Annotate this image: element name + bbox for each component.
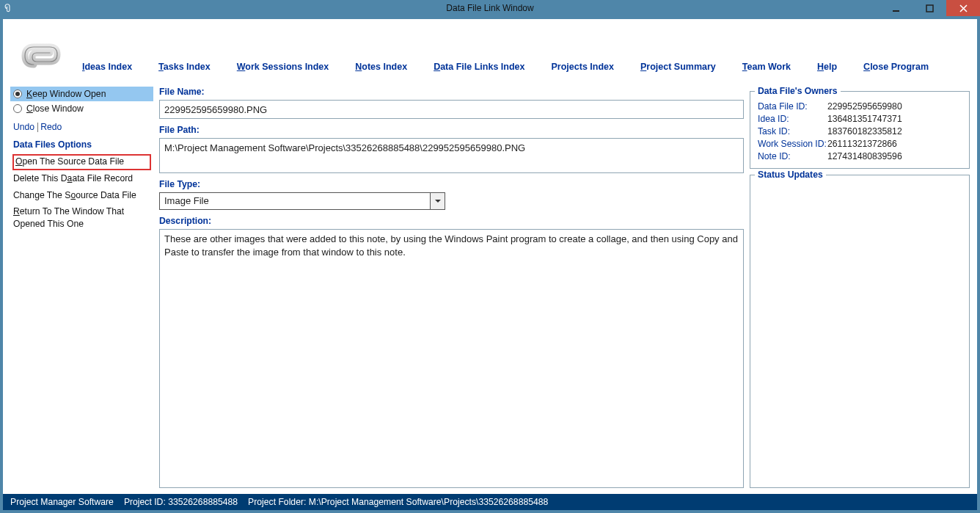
window-frame: Data File Link Window [0, 0, 980, 513]
owner-key: Task ID: [758, 126, 827, 137]
filetype-combobox[interactable]: Image File [159, 192, 445, 210]
menu-data-file-links-index[interactable]: Data File Links Index [434, 62, 524, 72]
maximize-button[interactable] [913, 0, 946, 16]
menu-ideas-label: deas Index [84, 62, 132, 72]
filetype-value: Image File [160, 193, 430, 209]
footer-project-id: Project ID: 33526268885488 [124, 497, 238, 507]
owner-key: Work Session ID: [758, 139, 827, 149]
link-return-label1: R [13, 206, 20, 217]
footer-project-folder: Project Folder: M:\Project Management So… [248, 497, 548, 507]
status-updates-title: Status Updates [755, 170, 826, 180]
menu-close-program[interactable]: Close Program [863, 62, 929, 72]
redo-link[interactable]: Redo [40, 122, 62, 132]
menu-summary-label: roject Summary [646, 62, 715, 72]
svg-rect-0 [893, 10, 899, 12]
menu-project-summary[interactable]: Project Summary [640, 62, 716, 72]
filepath-input[interactable]: M:\Project Management Software\Projects\… [159, 138, 744, 173]
owner-key: Idea ID: [758, 114, 827, 124]
right-pane: Data File's Owners Data File ID:22995259… [750, 87, 970, 488]
data-files-options-heading: Data Files Options [13, 139, 153, 150]
app-icon-small [4, 3, 15, 13]
undo-redo-bar: Undo Redo [13, 122, 150, 132]
owners-group: Data File's Owners Data File ID:22995259… [750, 91, 970, 169]
owner-key: Data File ID: [758, 101, 827, 112]
radio-dot-icon [13, 104, 22, 113]
footer-pid-value: 33526268885488 [168, 497, 238, 507]
title-bar[interactable]: Data File Link Window [0, 0, 980, 16]
owner-val: 136481351747371 [827, 114, 902, 124]
link-change-label2: ource Data File [76, 190, 136, 200]
description-input[interactable]: These are other images that were added t… [159, 229, 744, 488]
footer-pid-label: Project ID: [124, 497, 166, 507]
owner-row-task: Task ID:183760182335812 [758, 126, 962, 137]
radio-keep-label: eep Window Open [32, 89, 106, 99]
undo-link[interactable]: Undo [13, 122, 34, 132]
menu-work-sessions-index[interactable]: Work Sessions Index [237, 62, 329, 72]
menu-ideas-index[interactable]: Ideas Index [82, 62, 132, 72]
link-return-label2: eturn To The Window That Opened This One [13, 206, 124, 228]
minimize-button[interactable] [879, 0, 913, 16]
left-sidebar: Keep Window Open Close Window Undo Redo … [10, 87, 153, 488]
footer-pfolder-value: M:\Project Management Software\Projects\… [309, 497, 549, 507]
menu-close-label: lose Program [870, 62, 929, 72]
menu-projects-label: Projects Index [552, 62, 614, 72]
menu-team-work[interactable]: Team Work [742, 62, 791, 72]
owner-val: 26111321372866 [827, 139, 897, 149]
chevron-down-icon[interactable] [430, 193, 445, 209]
owner-val: 183760182335812 [827, 126, 902, 137]
owner-row-worksession: Work Session ID:26111321372866 [758, 139, 962, 149]
top-bar: Ideas Index Tasks Index Work Sessions In… [3, 19, 977, 87]
window-title: Data File Link Window [0, 3, 980, 13]
radio-close-window[interactable]: Close Window [10, 101, 153, 116]
content-area: Ideas Index Tasks Index Work Sessions In… [3, 19, 977, 510]
radio-keep-window-open[interactable]: Keep Window Open [10, 87, 153, 101]
owner-val: 229952595659980 [827, 101, 902, 112]
description-label: Description: [159, 216, 744, 226]
menu-projects-index[interactable]: Projects Index [552, 62, 614, 72]
owners-title: Data File's Owners [755, 86, 841, 96]
link-open-source-label: pen The Source Data File [22, 156, 124, 167]
window-controls [879, 0, 980, 16]
filepath-label: File Path: [159, 125, 744, 135]
link-return-to-window[interactable]: Return To The Window That Opened This On… [10, 204, 153, 233]
menu-tasks-label: asks Index [164, 62, 211, 72]
menu-help[interactable]: Help [817, 62, 837, 72]
center-pane: File Name: File Path: M:\Project Managem… [159, 87, 744, 488]
link-change-source-data-file[interactable]: Change The Soource Data File [10, 188, 153, 204]
menu-help-label: elp [824, 62, 837, 72]
status-updates-group: Status Updates [750, 175, 970, 488]
filetype-label: File Type: [159, 179, 744, 189]
link-delete-label2: ata File Record [72, 173, 133, 183]
menu-datafile-label: ata File Links Index [440, 62, 524, 72]
link-change-label1: Change The S [13, 190, 70, 200]
filename-input[interactable] [159, 100, 744, 119]
menu-notes-label: otes Index [362, 62, 407, 72]
owner-val: 127431480839596 [827, 151, 902, 161]
status-bar: Project Manager Software Project ID: 335… [3, 494, 977, 510]
link-delete-data-file-record[interactable]: Delete This Daata File Record [10, 171, 153, 187]
owner-row-datafile: Data File ID:229952595659980 [758, 101, 962, 112]
owner-row-idea: Idea ID:136481351747371 [758, 114, 962, 124]
menu-notes-index[interactable]: Notes Index [355, 62, 407, 72]
footer-pfolder-label: Project Folder: [248, 497, 306, 507]
radio-dot-icon [13, 90, 22, 98]
svg-rect-1 [926, 5, 933, 12]
menu-tasks-index[interactable]: Tasks Index [158, 62, 211, 72]
owner-row-note: Note ID:127431480839596 [758, 151, 962, 161]
menu-team-label: eam Work [747, 62, 791, 72]
divider [37, 123, 38, 132]
radio-close-label: lose Window [33, 103, 84, 114]
menu-work-label: ork Sessions Index [245, 62, 329, 72]
body-row: Keep Window Open Close Window Undo Redo … [3, 87, 977, 494]
filename-label: File Name: [159, 87, 744, 97]
link-open-source-data-file[interactable]: Open The Source Data File [12, 154, 151, 170]
footer-app-name: Project Manager Software [10, 497, 114, 507]
link-delete-label1: Delete This D [13, 173, 67, 183]
owner-key: Note ID: [758, 151, 827, 161]
paperclip-icon [16, 26, 69, 78]
main-menu: Ideas Index Tasks Index Work Sessions In… [82, 62, 964, 78]
close-button[interactable] [946, 0, 980, 16]
